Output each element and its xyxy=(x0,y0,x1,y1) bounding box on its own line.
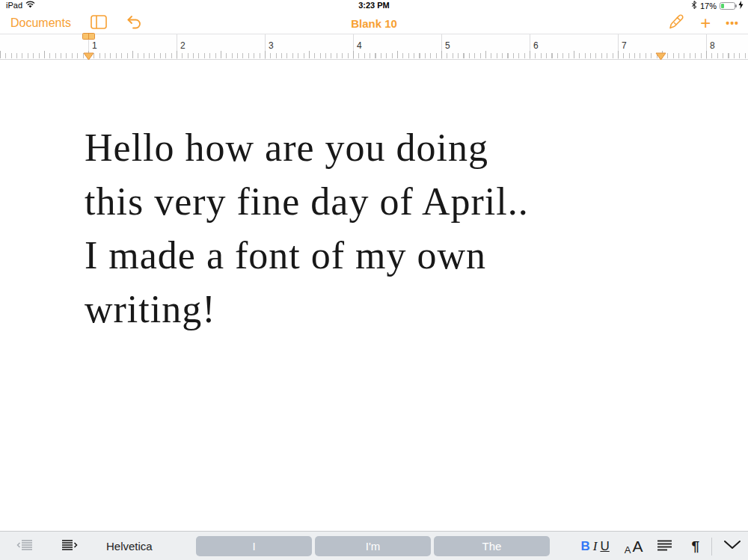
text-line: I made a font of my own xyxy=(85,229,529,283)
italic-button[interactable]: I xyxy=(592,539,599,554)
text-line: Hello how are you doing xyxy=(85,121,529,175)
ruler-mark-6: 6 xyxy=(533,40,539,51)
plus-icon: + xyxy=(700,16,711,31)
document-canvas[interactable]: Hello how are you doingthis very fine da… xyxy=(0,60,748,531)
suggestion-1[interactable]: I xyxy=(196,536,312,556)
bold-button[interactable]: B xyxy=(580,539,592,554)
ruler-mark-4: 4 xyxy=(357,40,362,51)
ruler-mark-2: 2 xyxy=(180,40,186,51)
predictive-text-bar: I I'm The xyxy=(196,536,550,556)
paragraph-style-button[interactable]: ¶ xyxy=(691,538,699,555)
align-text-icon xyxy=(657,540,672,553)
font-name-button[interactable]: Helvetica xyxy=(106,540,153,553)
underline-button[interactable]: U xyxy=(598,539,610,554)
first-line-indent-marker[interactable] xyxy=(82,33,95,40)
ruler-mark-1: 1 xyxy=(92,40,97,51)
document-title[interactable]: Blank 10 xyxy=(351,17,397,30)
more-button[interactable]: ••• xyxy=(726,17,739,29)
alignment-button[interactable] xyxy=(657,540,672,553)
dismiss-keyboard-button[interactable] xyxy=(724,541,741,552)
text-size-small-glyph: A xyxy=(625,544,631,556)
ruler-mark-5: 5 xyxy=(445,40,450,51)
ruler-mark-7: 7 xyxy=(622,40,627,51)
toolbar-divider xyxy=(711,538,712,556)
battery-percent: 17% xyxy=(700,1,717,10)
text-size-button[interactable]: A A xyxy=(625,538,643,556)
clock: 3:23 PM xyxy=(0,1,748,10)
text-line: this very fine day of April.. xyxy=(85,175,529,229)
outdent-icon xyxy=(16,539,33,553)
shortcut-bar: Helvetica I I'm The B I U A A ¶ xyxy=(0,531,748,560)
chevron-down-icon xyxy=(724,541,741,552)
add-button[interactable]: + xyxy=(700,16,711,31)
outdent-button[interactable] xyxy=(16,539,33,553)
ruler-mark-8: 8 xyxy=(710,40,715,51)
indent-button[interactable] xyxy=(61,539,78,553)
paintbrush-icon xyxy=(667,14,685,33)
main-toolbar: Documents Blank 10 + xyxy=(0,12,748,34)
battery-icon xyxy=(720,2,735,10)
charging-bolt-icon xyxy=(738,1,744,10)
text-line: writing! xyxy=(85,283,529,336)
status-bar: iPad 3:23 PM 17% xyxy=(0,0,748,12)
bluetooth-icon xyxy=(691,1,697,10)
indent-icon xyxy=(61,539,78,553)
ruler-mark-3: 3 xyxy=(269,40,274,51)
suggestion-2[interactable]: I'm xyxy=(315,536,431,556)
ellipsis-icon: ••• xyxy=(726,17,739,29)
app-screen: iPad 3:23 PM 17% Documents xyxy=(0,0,748,560)
text-size-big-glyph: A xyxy=(632,538,643,556)
format-brush-button[interactable] xyxy=(667,14,685,33)
ruler[interactable]: 1 2 3 4 5 6 7 8 xyxy=(0,34,748,60)
document-text[interactable]: Hello how are you doingthis very fine da… xyxy=(85,121,529,336)
suggestion-3[interactable]: The xyxy=(434,536,550,556)
